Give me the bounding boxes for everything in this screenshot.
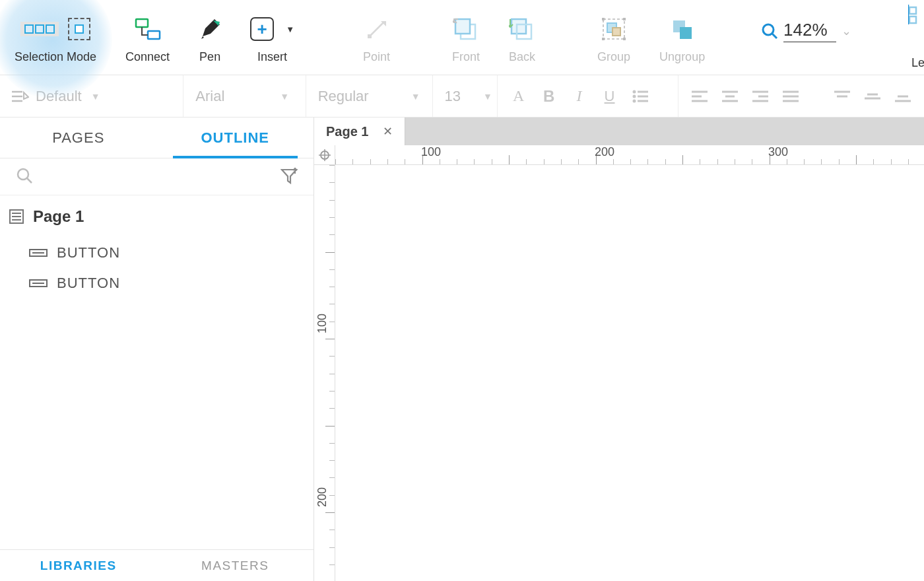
pen-icon [199,12,221,46]
align-left-button[interactable] [690,87,709,106]
document-tab[interactable]: Page 1 ✕ [314,118,405,145]
front-button: Front [438,5,494,75]
page-icon [9,209,24,224]
insert-label: Insert [257,50,287,64]
valign-top-button[interactable] [833,87,851,106]
svg-rect-4 [455,19,470,34]
back-icon [509,12,535,46]
italic-button[interactable]: I [570,87,589,106]
pen-button[interactable]: Pen [184,5,236,75]
point-icon [366,12,387,46]
tab-libraries[interactable]: LIBRARIES [0,550,157,581]
zoom-value: 142% [783,20,836,42]
connect-icon [135,12,161,46]
ruler-vertical[interactable]: 100200 [314,165,335,581]
tab-outline-label: OUTLINE [201,129,269,147]
underline-button[interactable]: U [601,87,619,106]
group-button: Group [583,5,645,75]
back-label: Back [509,50,535,64]
weight-dropdown[interactable]: Regular ▼ [318,88,420,105]
ungroup-label: Ungroup [659,50,705,64]
svg-point-23 [632,90,636,93]
selection-intersect-icon [20,22,59,36]
search-icon[interactable] [16,167,33,187]
edge-label: Le [911,56,924,70]
insert-icon: + ▼ [250,12,294,46]
bullet-list-button[interactable] [631,87,649,106]
close-icon[interactable]: ✕ [383,124,393,139]
valign-middle-button[interactable] [863,87,882,106]
ruler-origin-icon[interactable] [314,145,335,165]
chevron-down-icon: ▼ [280,91,289,102]
front-icon [453,12,479,46]
masters-label: MASTERS [201,559,269,573]
tab-pages[interactable]: PAGES [0,118,157,158]
ruler-horizontal[interactable]: 100200300 [335,145,924,165]
point-button: Point [348,5,405,75]
point-label: Point [363,50,390,64]
align-justify-button[interactable] [781,87,800,106]
group-label: Group [597,50,630,64]
svg-point-27 [632,99,636,102]
edge-tool[interactable]: Le [894,0,924,75]
outline-tree: Page 1 BUTTON BUTTON [0,195,314,310]
search-icon [761,22,778,40]
svg-rect-11 [623,18,626,20]
svg-rect-18 [909,17,916,23]
document-tabbar: Page 1 ✕ [314,118,924,145]
align-icon [908,5,924,24]
page-label: Page 1 [33,207,84,226]
tab-outline[interactable]: OUTLINE [157,118,314,158]
selection-mode-button[interactable]: Selection Mode [0,5,111,75]
outline-item[interactable]: BUTTON [9,268,304,298]
font-dropdown[interactable]: Arial ▼ [195,88,289,105]
outline-item-label: BUTTON [57,275,120,292]
insert-button[interactable]: + ▼ Insert [236,5,309,75]
libraries-label: LIBRARIES [40,559,117,573]
svg-rect-10 [602,18,605,20]
sidebar-tabs: PAGES OUTLINE [0,118,314,158]
canvas-area: Page 1 ✕ 100200300 100200 [314,118,924,581]
svg-rect-13 [623,38,626,40]
size-dropdown[interactable]: 13 ▼ [445,88,492,105]
font-value: Arial [195,88,224,105]
format-bar: Default ▼ Arial ▼ Regular ▼ 13 ▼ A B I U [0,75,924,118]
chevron-down-icon: ▼ [91,91,100,102]
left-sidebar: PAGES OUTLINE Page 1 BUTTON BUTTON [0,118,314,581]
font-color-button[interactable]: A [510,87,528,106]
chevron-down-icon: ▼ [411,91,420,102]
selection-contained-icon [68,18,90,40]
outline-item[interactable]: BUTTON [9,238,304,268]
valign-bottom-button[interactable] [894,87,912,106]
bold-button[interactable]: B [540,87,558,106]
group-icon [602,12,626,46]
weight-value: Regular [318,88,369,105]
align-center-button[interactable] [721,87,739,106]
outline-page-node[interactable]: Page 1 [9,207,304,226]
svg-point-16 [763,24,774,35]
outline-item-label: BUTTON [57,244,120,261]
chevron-down-icon: ▼ [286,24,294,34]
pen-label: Pen [199,50,220,64]
filter-icon[interactable] [280,167,298,187]
canvas[interactable] [335,165,924,581]
outline-search-row [0,158,314,195]
svg-rect-12 [602,38,605,40]
zoom-control[interactable]: 142% ⌄ [761,20,851,42]
svg-rect-17 [909,7,916,14]
button-widget-icon [29,279,48,287]
connect-label: Connect [125,50,170,64]
front-label: Front [452,50,480,64]
sidebar-bottom-tabs: LIBRARIES MASTERS [0,549,314,581]
button-widget-icon [29,249,48,257]
svg-rect-15 [680,27,692,39]
tab-pages-label: PAGES [52,129,104,147]
tab-masters[interactable]: MASTERS [157,550,314,581]
back-button: Back [494,5,550,75]
chevron-down-icon: ▼ [483,91,492,102]
connect-button[interactable]: Connect [111,5,184,75]
svg-point-25 [632,94,636,98]
main-toolbar: Selection Mode Connect Pen + ▼ Insert Po… [0,0,924,75]
align-right-button[interactable] [751,87,770,106]
svg-rect-5 [512,19,526,34]
